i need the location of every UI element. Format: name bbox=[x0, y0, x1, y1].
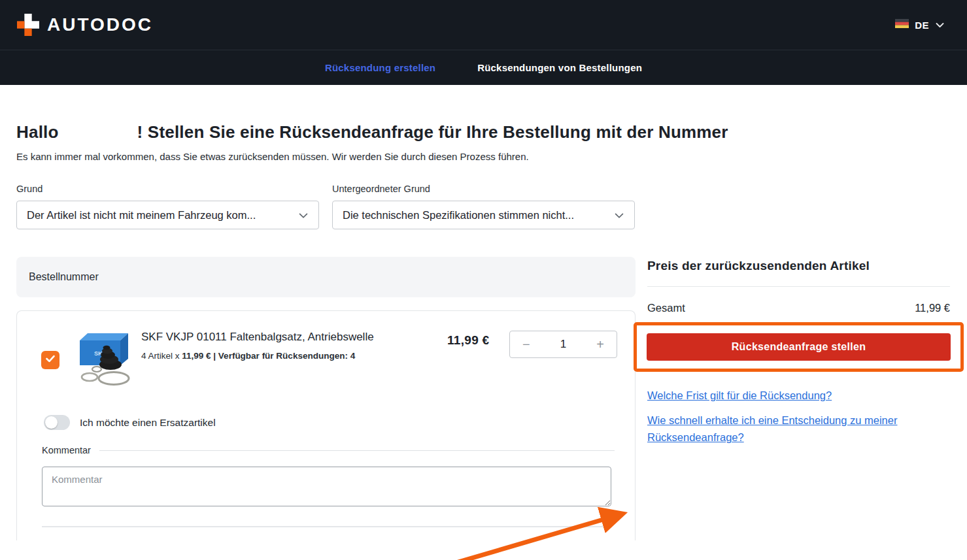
replacement-toggle-label: Ich möchte einen Ersatzartikel bbox=[80, 417, 216, 429]
sub-reason-select[interactable]: Die technischen Spezifikationen stimmen … bbox=[332, 201, 635, 229]
product-checkbox[interactable] bbox=[41, 351, 59, 369]
summary-divider bbox=[647, 286, 950, 287]
chevron-down-icon bbox=[298, 211, 309, 220]
submit-return-request-button[interactable]: Rücksendeanfrage stellen bbox=[647, 333, 951, 361]
total-row: Gesamt 11,99 € bbox=[647, 302, 950, 314]
product-meta-price: 11,99 € bbox=[182, 351, 211, 361]
german-flag-icon bbox=[895, 19, 909, 31]
order-column: Bestellnummer SKF bbox=[16, 257, 636, 540]
product-title: SKF VKJP 01011 Faltenbalgsatz, Antriebsw… bbox=[141, 331, 432, 344]
reason-select[interactable]: Der Artikel ist nicht mit meinem Fahrzeu… bbox=[16, 201, 319, 229]
quantity-value[interactable]: 1 bbox=[560, 338, 566, 351]
product-card: SKF SKF VKJP 01011 Faltenbalgsat bbox=[16, 310, 636, 540]
faq-links: Welche Frist gilt für die Rücksendung? W… bbox=[647, 387, 950, 446]
replacement-toggle[interactable] bbox=[44, 415, 70, 430]
replacement-toggle-row: Ich möchte einen Ersatzartikel bbox=[41, 415, 617, 430]
sub-reason-select-value: Die technischen Spezifikationen stimmen … bbox=[343, 209, 574, 222]
returns-nav: Rücksendung erstellen Rücksendungen von … bbox=[0, 50, 967, 85]
product-row: SKF SKF VKJP 01011 Faltenbalgsat bbox=[41, 325, 617, 389]
reason-label: Grund bbox=[16, 184, 319, 194]
product-meta: 4 Artikel x 11,99 € | Verfügbar für Rück… bbox=[141, 351, 432, 361]
page-subtitle: Es kann immer mal vorkommen, dass Sie et… bbox=[16, 151, 950, 162]
language-selector[interactable]: DE bbox=[895, 19, 945, 31]
comment-textarea[interactable] bbox=[42, 467, 611, 506]
summary-column: Preis der zurückzusendenden Artikel Gesa… bbox=[647, 257, 950, 453]
brand-name: AUTODOC bbox=[47, 14, 153, 35]
autodoc-cross-icon bbox=[17, 14, 39, 36]
product-price: 11,99 € bbox=[432, 333, 489, 348]
chevron-down-icon bbox=[614, 211, 624, 220]
product-meta-separator: | bbox=[211, 351, 218, 361]
product-meta-count: 4 Artikel x bbox=[141, 351, 182, 361]
page-title: Hallo ! Stellen Sie eine Rücksendeanfrag… bbox=[16, 122, 950, 142]
product-meta-available: Verfügbar für Rücksendungen: 4 bbox=[218, 351, 355, 361]
order-number-box: Bestellnummer bbox=[16, 257, 636, 297]
sub-reason-field: Untergeordneter Grund Die technischen Sp… bbox=[332, 184, 635, 229]
reason-form-row: Grund Der Artikel ist nicht mit meinem F… bbox=[16, 184, 950, 229]
annotation-highlight-box: Rücksendeanfrage stellen bbox=[634, 322, 964, 372]
summary-title: Preis der zurückzusendenden Artikel bbox=[647, 259, 950, 273]
card-bottom-divider bbox=[42, 526, 609, 527]
product-info: SKF VKJP 01011 Faltenbalgsatz, Antriebsw… bbox=[141, 325, 432, 361]
comment-divider bbox=[99, 450, 615, 451]
tab-returns-of-orders[interactable]: Rücksendungen von Bestellungen bbox=[477, 62, 642, 73]
return-deadline-link[interactable]: Welche Frist gilt für die Rücksendung? bbox=[647, 387, 950, 404]
content-columns: Bestellnummer SKF bbox=[16, 257, 950, 540]
total-value: 11,99 € bbox=[915, 302, 950, 314]
total-label: Gesamt bbox=[647, 302, 685, 314]
chevron-down-icon bbox=[935, 21, 945, 29]
reason-field: Grund Der Artikel ist nicht mit meinem F… bbox=[16, 184, 319, 229]
toggle-knob bbox=[45, 416, 58, 429]
greeting-suffix: ! Stellen Sie eine Rücksendeanfrage für … bbox=[137, 122, 728, 142]
sub-reason-label: Untergeordneter Grund bbox=[332, 184, 635, 194]
quantity-decrease-button[interactable]: − bbox=[522, 338, 530, 351]
decision-speed-link[interactable]: Wie schnell erhalte ich eine Entscheidun… bbox=[647, 412, 950, 446]
main-content: Hallo ! Stellen Sie eine Rücksendeanfrag… bbox=[0, 122, 967, 540]
tab-create-return[interactable]: Rücksendung erstellen bbox=[325, 62, 435, 73]
check-icon bbox=[43, 352, 58, 369]
autodoc-logo[interactable]: AUTODOC bbox=[17, 14, 153, 36]
quantity-stepper: − 1 + bbox=[509, 331, 617, 358]
product-image: SKF bbox=[69, 325, 140, 389]
reason-select-value: Der Artikel ist nicht mit meinem Fahrzeu… bbox=[27, 209, 256, 222]
greeting-prefix: Hallo bbox=[16, 122, 59, 142]
top-bar: AUTODOC DE bbox=[0, 0, 967, 50]
comment-section-header: Kommentar bbox=[41, 445, 617, 455]
redacted-customer-name bbox=[59, 122, 137, 142]
quantity-increase-button[interactable]: + bbox=[596, 338, 604, 351]
language-code: DE bbox=[915, 20, 929, 31]
order-number-label: Bestellnummer bbox=[29, 271, 99, 283]
comment-label: Kommentar bbox=[42, 445, 91, 455]
